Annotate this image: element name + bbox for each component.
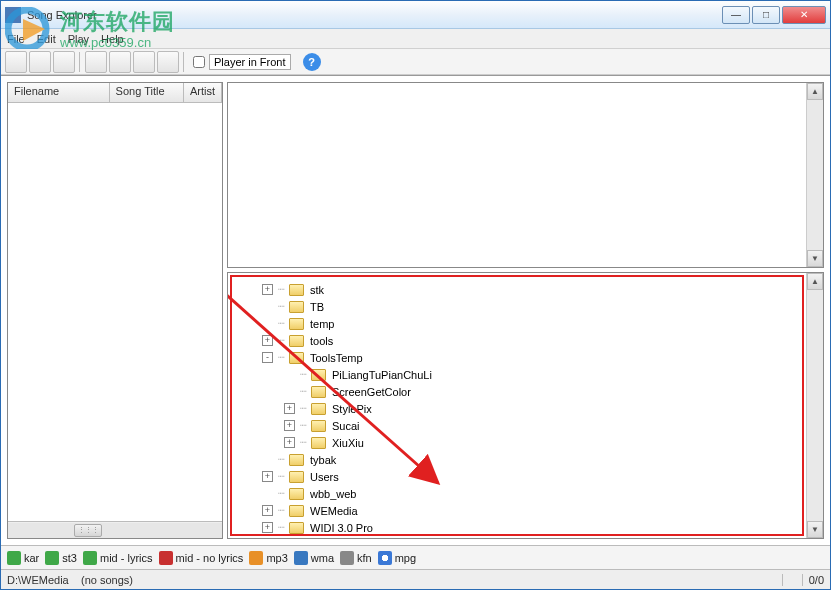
filetype-mid-nolyrics[interactable]: mid - no lyrics xyxy=(159,551,244,565)
player-in-front-checkbox[interactable] xyxy=(193,56,205,68)
right-panel: ▲ ▼ +┈stk┈TB┈temp+┈tools-┈ToolsTemp┈PiLi… xyxy=(227,82,824,539)
status-songs: (no songs) xyxy=(81,574,133,586)
folder-tree[interactable]: +┈stk┈TB┈temp+┈tools-┈ToolsTemp┈PiLiangT… xyxy=(232,277,802,536)
filetype-mpg[interactable]: mpg xyxy=(378,551,416,565)
folder-tree-panel: +┈stk┈TB┈temp+┈tools-┈ToolsTemp┈PiLiangT… xyxy=(227,272,824,539)
tree-node[interactable]: ┈wbb_web xyxy=(262,485,802,502)
preview-body[interactable] xyxy=(228,83,806,267)
tree-node[interactable]: +┈stk xyxy=(262,281,802,298)
folder-icon xyxy=(289,335,304,347)
column-songtitle[interactable]: Song Title xyxy=(110,83,184,102)
folder-icon xyxy=(311,369,326,381)
expand-icon[interactable]: + xyxy=(284,403,295,414)
vertical-scrollbar[interactable]: ▲ ▼ xyxy=(806,83,823,267)
filetype-mp3[interactable]: mp3 xyxy=(249,551,287,565)
folder-icon xyxy=(289,522,304,534)
toolbar-button-4[interactable] xyxy=(85,51,107,73)
expand-icon[interactable]: + xyxy=(284,437,295,448)
tree-node[interactable]: +┈Users xyxy=(262,468,802,485)
collapse-icon[interactable]: - xyxy=(262,352,273,363)
tree-node[interactable]: ┈TB xyxy=(262,298,802,315)
scroll-down-icon[interactable]: ▼ xyxy=(807,250,823,267)
expand-icon[interactable]: + xyxy=(284,420,295,431)
toolbar-separator xyxy=(79,52,81,72)
tree-node[interactable]: +┈XiuXiu xyxy=(262,434,802,451)
content-area: Filename Song Title Artist ⋮⋮⋮ ▲ ▼ xyxy=(1,75,830,545)
tree-node[interactable]: +┈Sucai xyxy=(262,417,802,434)
help-icon[interactable]: ? xyxy=(303,53,321,71)
titlebar[interactable]: Song Explorer — □ ✕ xyxy=(1,1,830,29)
scroll-thumb[interactable]: ⋮⋮⋮ xyxy=(74,524,102,537)
st3-icon xyxy=(45,551,59,565)
vertical-scrollbar[interactable]: ▲ ▼ xyxy=(806,273,823,538)
mp3-icon xyxy=(249,551,263,565)
tree-node[interactable]: ┈temp xyxy=(262,315,802,332)
filetype-kar[interactable]: kar xyxy=(7,551,39,565)
menu-file[interactable]: File xyxy=(7,33,25,45)
mid-lyrics-icon xyxy=(83,551,97,565)
tree-node-label: TB xyxy=(310,301,324,313)
tree-node[interactable]: ┈ScreenGetColor xyxy=(262,383,802,400)
list-header: Filename Song Title Artist xyxy=(8,83,222,103)
filetype-st3[interactable]: st3 xyxy=(45,551,77,565)
folder-icon xyxy=(289,284,304,296)
song-list-panel: Filename Song Title Artist ⋮⋮⋮ xyxy=(7,82,223,539)
tree-node-label: StylePix xyxy=(332,403,372,415)
toolbar-separator xyxy=(183,52,185,72)
status-count: 0/0 xyxy=(803,574,824,586)
scroll-down-icon[interactable]: ▼ xyxy=(807,521,823,538)
expand-icon[interactable]: + xyxy=(262,505,273,516)
filetype-kfn[interactable]: kfn xyxy=(340,551,372,565)
toolbar-button-5[interactable] xyxy=(109,51,131,73)
tree-node[interactable]: -┈ToolsTemp xyxy=(262,349,802,366)
scroll-up-icon[interactable]: ▲ xyxy=(807,273,823,290)
expand-icon[interactable]: + xyxy=(262,284,273,295)
song-list-body[interactable] xyxy=(8,103,222,521)
tree-node[interactable]: ┈tybak xyxy=(262,451,802,468)
horizontal-scrollbar[interactable]: ⋮⋮⋮ xyxy=(8,521,222,538)
folder-icon xyxy=(311,403,326,415)
filetype-mid-lyrics[interactable]: mid - lyrics xyxy=(83,551,153,565)
expand-icon[interactable]: + xyxy=(262,522,273,533)
menu-edit[interactable]: Edit xyxy=(37,33,56,45)
close-button[interactable]: ✕ xyxy=(782,6,826,24)
menu-help[interactable]: Help xyxy=(101,33,124,45)
folder-icon xyxy=(289,301,304,313)
tree-node-label: WEMedia xyxy=(310,505,358,517)
tree-node-label: tools xyxy=(310,335,333,347)
maximize-button[interactable]: □ xyxy=(752,6,780,24)
tree-node[interactable]: +┈WEMedia xyxy=(262,502,802,519)
folder-icon xyxy=(311,420,326,432)
tree-node-label: XiuXiu xyxy=(332,437,364,449)
folder-icon xyxy=(289,318,304,330)
tree-node[interactable]: +┈tools xyxy=(262,332,802,349)
tree-node[interactable]: ┈PiLiangTuPianChuLi xyxy=(262,366,802,383)
column-filename[interactable]: Filename xyxy=(8,83,110,102)
tree-node-label: Users xyxy=(310,471,339,483)
toolbar-button-1[interactable] xyxy=(5,51,27,73)
toolbar-button-3[interactable] xyxy=(53,51,75,73)
folder-icon xyxy=(311,386,326,398)
tree-node-label: ScreenGetColor xyxy=(332,386,411,398)
minimize-button[interactable]: — xyxy=(722,6,750,24)
filetype-wma[interactable]: wma xyxy=(294,551,334,565)
filetype-bar: kar st3 mid - lyrics mid - no lyrics mp3… xyxy=(1,545,830,569)
menu-play[interactable]: Play xyxy=(68,33,89,45)
expand-icon[interactable]: + xyxy=(262,335,273,346)
tree-node[interactable]: +┈WIDI 3.0 Pro xyxy=(262,519,802,536)
expand-icon[interactable]: + xyxy=(262,471,273,482)
toolbar-button-2[interactable] xyxy=(29,51,51,73)
kfn-icon xyxy=(340,551,354,565)
column-artist[interactable]: Artist xyxy=(184,83,222,102)
toolbar-button-7[interactable] xyxy=(157,51,179,73)
folder-icon xyxy=(289,352,304,364)
kar-icon xyxy=(7,551,21,565)
preview-panel: ▲ ▼ xyxy=(227,82,824,268)
folder-icon xyxy=(289,454,304,466)
statusbar: D:\WEMedia (no songs) 0/0 xyxy=(1,569,830,589)
folder-icon xyxy=(289,488,304,500)
tree-node-label: Sucai xyxy=(332,420,360,432)
toolbar-button-6[interactable] xyxy=(133,51,155,73)
tree-node[interactable]: +┈StylePix xyxy=(262,400,802,417)
scroll-up-icon[interactable]: ▲ xyxy=(807,83,823,100)
